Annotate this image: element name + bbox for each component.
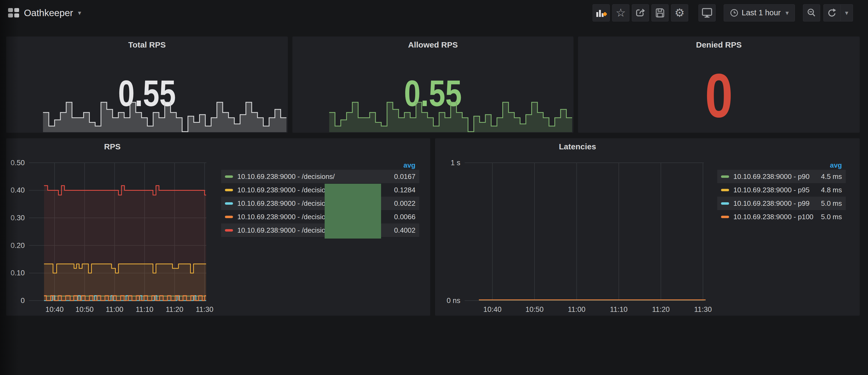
legend-series-value: 0.0167 bbox=[394, 173, 415, 181]
panel-title-allowed-rps[interactable]: Allowed RPS bbox=[292, 40, 574, 50]
legend-series-name[interactable]: 10.10.69.238:9000 - /decisions/ bbox=[237, 173, 394, 181]
dashboard-title[interactable]: Oathkeeper bbox=[24, 7, 73, 18]
legend-series-swatch-icon[interactable] bbox=[225, 229, 233, 231]
legend-row: 10.10.69.238:9000 - /decisions/0.0066 bbox=[221, 210, 419, 223]
legend-series-value: 4.8 ms bbox=[821, 186, 842, 194]
svg-text:11:20: 11:20 bbox=[652, 306, 670, 313]
dashboard-header: Oathkeeper ▾ ☆ bbox=[0, 0, 868, 26]
legend-series-swatch-icon[interactable] bbox=[721, 216, 729, 218]
legend-series-value: 4.5 ms bbox=[821, 173, 842, 181]
panel-title-total-rps[interactable]: Total RPS bbox=[6, 40, 288, 50]
gear-icon: ⚙ bbox=[675, 7, 685, 19]
legend-series-value: 0.0066 bbox=[394, 213, 415, 221]
svg-text:10:50: 10:50 bbox=[525, 306, 544, 313]
legend-row: 10.10.69.238:9000 - p1005.0 ms bbox=[717, 210, 846, 223]
zoom-out-icon bbox=[806, 8, 817, 18]
rps-chart-canvas[interactable]: 10:4010:5011:0011:1011:2011:300.500.400.… bbox=[6, 138, 218, 316]
legend-avg-header[interactable]: avg bbox=[717, 161, 846, 170]
settings-button[interactable]: ⚙ bbox=[671, 4, 688, 22]
svg-text:11:00: 11:00 bbox=[106, 306, 124, 313]
legend-row: 10.10.69.238:9000 - /decisions/0.0167 bbox=[221, 170, 419, 183]
time-range-caret-icon: ▾ bbox=[785, 10, 789, 16]
panel-allowed-rps: Allowed RPS 0.55 bbox=[292, 36, 574, 133]
legend-series-value: 5.0 ms bbox=[821, 213, 842, 221]
legend-series-name[interactable]: 10.10.69.238:9000 - p99 bbox=[733, 199, 821, 208]
total-rps-sparkline bbox=[43, 100, 286, 132]
svg-text:0.50: 0.50 bbox=[10, 159, 25, 167]
chevron-down-icon[interactable]: ▾ bbox=[78, 10, 81, 16]
legend-series-swatch-icon[interactable] bbox=[721, 176, 729, 178]
legend-avg-header[interactable]: avg bbox=[221, 161, 419, 170]
refresh-icon bbox=[827, 8, 837, 18]
denied-rps-value: 0 bbox=[606, 64, 832, 127]
dashboard-grid-icon[interactable] bbox=[8, 8, 19, 18]
star-icon: ☆ bbox=[616, 7, 626, 19]
svg-text:0.10: 0.10 bbox=[10, 269, 25, 277]
legend-row: 10.10.69.238:9000 - /decisions/0.4002 bbox=[221, 223, 419, 237]
time-range-label: Last 1 hour bbox=[742, 8, 781, 17]
svg-text:11:20: 11:20 bbox=[166, 306, 184, 313]
svg-text:10:50: 10:50 bbox=[75, 306, 94, 313]
svg-text:11:30: 11:30 bbox=[694, 306, 712, 313]
legend-row: 10.10.69.238:9000 - /decisions/0.0022 bbox=[221, 197, 419, 210]
refresh-button[interactable] bbox=[824, 4, 841, 22]
svg-text:0.20: 0.20 bbox=[10, 242, 25, 250]
clock-icon bbox=[730, 9, 739, 17]
panel-rps: RPS 10:4010:5011:0011:1011:2011:300.500.… bbox=[6, 138, 430, 316]
allowed-rps-sparkline bbox=[329, 100, 572, 132]
panel-total-rps: Total RPS 0.55 bbox=[6, 36, 288, 133]
refresh-interval-button[interactable]: ▾ bbox=[841, 4, 853, 22]
svg-text:11:10: 11:10 bbox=[136, 306, 153, 313]
legend-series-swatch-icon[interactable] bbox=[721, 202, 729, 205]
svg-text:0.30: 0.30 bbox=[10, 214, 25, 222]
legend-row: 10.10.69.238:9000 - /decisions/0.1284 bbox=[221, 183, 419, 197]
legend-series-value: 5.0 ms bbox=[821, 199, 842, 208]
legend-series-name[interactable]: 10.10.69.238:9000 - p95 bbox=[733, 186, 821, 194]
legend-series-swatch-icon[interactable] bbox=[721, 189, 729, 191]
legend-row: 10.10.69.238:9000 - p954.8 ms bbox=[717, 183, 846, 197]
star-button[interactable]: ☆ bbox=[612, 4, 629, 22]
tv-mode-icon bbox=[702, 7, 713, 18]
legend-series-value: 0.4002 bbox=[394, 226, 415, 235]
svg-text:10:40: 10:40 bbox=[45, 306, 64, 313]
panel-latencies: Latencies 10:4010:5011:0011:1011:2011:30… bbox=[435, 138, 860, 316]
svg-text:0: 0 bbox=[21, 296, 25, 305]
svg-text:11:00: 11:00 bbox=[568, 306, 586, 313]
legend-row: 10.10.69.238:9000 - p904.5 ms bbox=[717, 170, 846, 183]
svg-text:0.40: 0.40 bbox=[10, 186, 25, 194]
save-button[interactable] bbox=[651, 4, 669, 22]
refresh-caret-icon: ▾ bbox=[845, 10, 848, 16]
svg-text:1 s: 1 s bbox=[451, 159, 460, 167]
green-overlay-artifact bbox=[324, 184, 381, 239]
add-panel-icon bbox=[595, 8, 607, 18]
legend-row: 10.10.69.238:9000 - p995.0 ms bbox=[717, 197, 846, 210]
legend-series-value: 0.1284 bbox=[394, 186, 415, 194]
panel-denied-rps: Denied RPS 0 bbox=[578, 36, 860, 133]
svg-text:10:40: 10:40 bbox=[484, 306, 502, 313]
legend-series-value: 0.0022 bbox=[394, 199, 415, 208]
time-range-button[interactable]: Last 1 hour ▾ bbox=[724, 4, 795, 22]
legend-series-name[interactable]: 10.10.69.238:9000 - p100 bbox=[733, 213, 821, 221]
legend-series-swatch-icon[interactable] bbox=[225, 202, 233, 205]
svg-text:0 ns: 0 ns bbox=[446, 296, 460, 305]
zoom-out-button[interactable] bbox=[803, 4, 820, 22]
save-icon bbox=[655, 8, 665, 18]
panel-title-denied-rps[interactable]: Denied RPS bbox=[578, 40, 860, 50]
rps-legend: avg 10.10.69.238:9000 - /decisions/0.016… bbox=[221, 161, 419, 237]
tv-mode-button[interactable] bbox=[699, 4, 716, 22]
svg-text:11:10: 11:10 bbox=[610, 306, 628, 313]
legend-series-name[interactable]: 10.10.69.238:9000 - p90 bbox=[733, 173, 821, 181]
legend-series-swatch-icon[interactable] bbox=[225, 189, 233, 191]
latencies-chart-canvas[interactable]: 10:4010:5011:0011:1011:2011:301 s0 ns bbox=[435, 138, 720, 316]
share-icon bbox=[635, 7, 646, 18]
latencies-legend: avg 10.10.69.238:9000 - p904.5 ms10.10.6… bbox=[717, 161, 846, 223]
legend-series-swatch-icon[interactable] bbox=[225, 176, 233, 178]
legend-series-swatch-icon[interactable] bbox=[225, 216, 233, 218]
share-button[interactable] bbox=[632, 4, 649, 22]
svg-text:11:30: 11:30 bbox=[196, 306, 214, 313]
add-panel-button[interactable] bbox=[593, 4, 610, 22]
